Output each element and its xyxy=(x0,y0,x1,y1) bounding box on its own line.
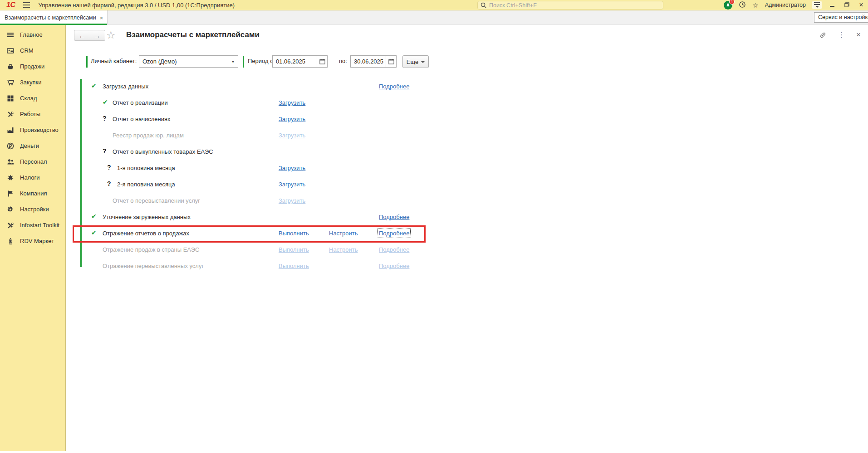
more-actions-icon[interactable]: ⋮ xyxy=(838,31,845,39)
task-label: Отчет о перевыставлении услуг xyxy=(113,197,200,204)
calendar-icon[interactable] xyxy=(386,56,396,67)
history-icon[interactable] xyxy=(739,1,746,9)
favorites-star-icon[interactable]: ☆ xyxy=(752,2,758,9)
status-question-icon: ? xyxy=(107,164,111,171)
sidebar-item-label: Компания xyxy=(20,190,47,197)
notifications-icon[interactable]: 1 xyxy=(724,1,732,10)
period-accent-bar xyxy=(243,56,244,68)
more-button[interactable]: Еще xyxy=(402,55,429,68)
task-link-details[interactable]: Подробнее xyxy=(379,214,409,220)
tab-close-icon[interactable]: × xyxy=(100,15,103,21)
date-from-field[interactable]: 01.06.2025 xyxy=(272,55,328,68)
task-link-details[interactable]: Подробнее xyxy=(379,230,409,237)
sidebar-item-works-tools[interactable]: Работы xyxy=(0,106,65,122)
sidebar-item-label: Главное xyxy=(20,31,43,38)
sidebar-item-production-factory[interactable]: Производство xyxy=(0,122,65,138)
sales-basket-icon xyxy=(6,63,14,70)
main-menu-icon[interactable] xyxy=(23,2,30,8)
chevron-down-icon[interactable]: ▾ xyxy=(228,56,238,67)
period-from-label: Период с: xyxy=(248,58,275,64)
personnel-people-icon xyxy=(6,158,14,166)
task-link-run[interactable]: Загрузить xyxy=(279,165,305,171)
crm-icon xyxy=(6,47,14,54)
sidebar-item-label: Персонал xyxy=(20,158,47,165)
sections-sidebar: ГлавноеCRMПродажиЗакупкиСкладРаботыПроиз… xyxy=(0,25,66,451)
sidebar-item-taxes-eagle[interactable]: Налоги xyxy=(0,170,65,185)
sidebar-item-menu[interactable]: Главное xyxy=(0,27,65,43)
date-to-field[interactable]: 30.06.2025 xyxy=(350,55,397,68)
back-button[interactable]: ← xyxy=(74,30,90,41)
task-row: Отражение перевыставленных услугВыполнит… xyxy=(66,258,520,274)
task-label: Отчет о начислениях xyxy=(113,116,171,122)
status-check-icon: ✔ xyxy=(91,213,97,220)
sidebar-item-label: Производство xyxy=(20,127,59,133)
task-label: Отражение отчетов о продажах xyxy=(103,230,189,237)
task-link-run: Выполнить xyxy=(279,263,309,269)
cabinet-value: Ozon (Демо) xyxy=(139,58,228,65)
task-link-run[interactable]: Загрузить xyxy=(279,116,305,122)
sidebar-item-personnel-people[interactable]: Персонал xyxy=(0,154,65,170)
sidebar-item-settings-gear[interactable]: Настройки xyxy=(0,201,65,217)
task-label: Уточнение загруженных данных xyxy=(103,214,191,220)
task-label: 2-я половина месяца xyxy=(117,181,175,188)
add-favorite-star-icon[interactable]: ☆ xyxy=(106,29,116,41)
current-user[interactable]: Администратор xyxy=(765,2,806,8)
task-link-configure: Настроить xyxy=(329,246,358,253)
task-row: ✔Загрузка данныхПодробнее xyxy=(66,78,520,94)
restore-button[interactable] xyxy=(843,1,851,9)
task-row: ✔Отчет о реализацииЗагрузить xyxy=(66,94,520,111)
task-row: ?Отчет о выкупленных товарах ЕАЭС xyxy=(66,143,520,160)
task-link-run: Загрузить xyxy=(279,132,305,139)
minimize-button[interactable] xyxy=(828,1,836,9)
task-link-run[interactable]: Выполнить xyxy=(279,230,309,237)
sidebar-item-label: Склад xyxy=(20,95,37,102)
task-row: ?2-я половина месяцаЗагрузить xyxy=(66,176,520,192)
sidebar-item-rocket[interactable]: RDV Маркет xyxy=(0,233,65,249)
cabinet-label: Личный кабинет: xyxy=(91,58,137,64)
status-check-icon: ✔ xyxy=(91,229,97,236)
sidebar-item-sales-basket[interactable]: Продажи xyxy=(0,58,65,74)
tab-marketplace-settlements[interactable]: Взаиморасчеты с маркетплейсами × xyxy=(0,10,108,25)
global-search-input[interactable]: Поиск Ctrl+Shift+F xyxy=(477,1,663,10)
task-label: 1-я половина месяца xyxy=(117,165,175,171)
period-to-label: по: xyxy=(339,58,347,64)
task-row: Реестр продаж юр. лицамЗагрузить xyxy=(66,127,520,143)
sidebar-item-crm[interactable]: CRM xyxy=(0,43,65,58)
sidebar-item-label: Infostart Toolkit xyxy=(20,222,59,229)
task-label: Отражение продаж в страны ЕАЭС xyxy=(103,246,199,253)
window-titlebar: 1С Управление нашей фирмой, редакция 3.0… xyxy=(0,0,868,10)
task-link-run[interactable]: Загрузить xyxy=(279,99,305,106)
task-link-configure[interactable]: Настроить xyxy=(329,230,358,237)
task-row: ✔Уточнение загруженных данныхПодробнее xyxy=(66,209,520,225)
sidebar-item-infostart-tools[interactable]: Infostart Toolkit xyxy=(0,217,65,233)
works-tools-icon xyxy=(6,110,14,118)
search-icon xyxy=(481,2,486,8)
main-content: ← → ☆ Взаиморасчеты с маркетплейсами ⋮ ×… xyxy=(66,25,868,453)
get-link-icon[interactable] xyxy=(819,31,827,39)
sidebar-item-company-flag[interactable]: Компания xyxy=(0,185,65,201)
company-flag-icon xyxy=(6,190,14,197)
1c-logo: 1С xyxy=(6,1,15,9)
sidebar-item-label: Налоги xyxy=(20,174,40,181)
date-to-value: 30.06.2025 xyxy=(351,58,386,65)
forward-button[interactable]: → xyxy=(89,30,105,41)
sidebar-item-label: Деньги xyxy=(20,142,39,149)
service-settings-menu-icon[interactable] xyxy=(812,1,822,9)
sidebar-item-purchases-cart[interactable]: Закупки xyxy=(0,74,65,90)
close-form-icon[interactable]: × xyxy=(856,30,861,39)
close-window-button[interactable]: × xyxy=(857,1,865,9)
rocket-icon xyxy=(6,237,14,245)
sidebar-item-money-ruble[interactable]: Деньги xyxy=(0,138,65,154)
task-link-run[interactable]: Загрузить xyxy=(279,181,305,188)
calendar-icon[interactable] xyxy=(317,56,327,67)
sidebar-item-warehouse[interactable]: Склад xyxy=(0,90,65,106)
infostart-tools-icon xyxy=(6,221,14,229)
task-label: Отчет о выкупленных товарах ЕАЭС xyxy=(113,148,213,155)
sidebar-item-label: Работы xyxy=(20,111,40,117)
cabinet-select[interactable]: Ozon (Демо) ▾ xyxy=(139,55,238,68)
tab-bar: Взаиморасчеты с маркетплейсами × xyxy=(0,10,868,25)
sidebar-item-label: Продажи xyxy=(20,63,44,70)
status-question-icon: ? xyxy=(103,147,107,155)
task-link-details[interactable]: Подробнее xyxy=(379,83,409,90)
production-factory-icon xyxy=(6,126,14,134)
